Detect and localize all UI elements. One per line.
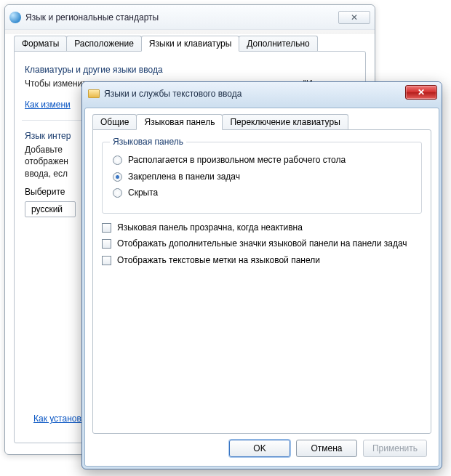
bg-tab-advanced[interactable]: Дополнительно <box>239 36 317 52</box>
radio-label: Располагается в произвольном месте рабоч… <box>128 155 346 166</box>
fg-tab-pane: Языковая панель Располагается в произвол… <box>92 129 431 434</box>
fg-title: Языки и службы текстового ввода <box>104 89 242 99</box>
groupbox-legend: Языковая панель <box>110 137 186 147</box>
how-install-link[interactable]: Как установ <box>33 414 81 424</box>
checkbox-icon <box>102 239 111 249</box>
keyboards-group-label: Клавиатуры и другие языки ввода <box>25 65 355 75</box>
check-label: Отображать дополнительные значки языково… <box>117 238 407 250</box>
language-bar-groupbox: Языковая панель Располагается в произвол… <box>102 142 422 214</box>
check-extra-icons[interactable]: Отображать дополнительные значки языково… <box>102 238 422 250</box>
fg-tabs: Общие Языковая панель Переключение клави… <box>92 114 431 130</box>
ok-button[interactable]: OK <box>229 440 290 457</box>
fg-body: Общие Языковая панель Переключение клави… <box>84 108 439 467</box>
fg-titlebar[interactable]: Языки и службы текстового ввода ✕ <box>82 82 442 105</box>
radio-icon <box>113 156 122 165</box>
radio-docked[interactable]: Закреплена в панели задач <box>113 172 411 183</box>
globe-icon <box>9 12 21 23</box>
bg-tab-keyboards[interactable]: Языки и клавиатуры <box>141 36 239 52</box>
checkbox-icon <box>102 223 111 233</box>
check-transparent[interactable]: Языковая панель прозрачна, когда неактив… <box>102 222 422 234</box>
fg-tab-language-bar[interactable]: Языковая панель <box>136 114 223 130</box>
bg-titlebar[interactable]: Язык и региональные стандарты ✕ <box>5 5 375 30</box>
how-change-link[interactable]: Как измени <box>25 100 71 110</box>
fg-tab-hotkeys[interactable]: Переключение клавиатуры <box>222 114 348 130</box>
fg-close-button[interactable]: ✕ <box>405 85 437 100</box>
radio-floating[interactable]: Располагается в произвольном месте рабоч… <box>113 155 411 166</box>
cancel-button[interactable]: Отмена <box>296 440 357 457</box>
checkbox-icon <box>102 256 111 265</box>
check-text-labels[interactable]: Отображать текстовые метки на языковой п… <box>102 255 422 267</box>
keyboard-icon <box>88 89 100 98</box>
radio-hidden[interactable]: Скрыта <box>113 187 411 199</box>
radio-label: Скрыта <box>128 187 158 199</box>
dialog-button-row: OK Отмена Применить <box>92 434 431 460</box>
display-language-select[interactable]: русский <box>25 201 76 217</box>
bg-tabs: Форматы Расположение Языки и клавиатуры … <box>14 36 366 52</box>
bg-tab-location[interactable]: Расположение <box>66 36 142 52</box>
radio-label: Закреплена в панели задач <box>128 172 240 183</box>
bg-tab-formats[interactable]: Форматы <box>14 36 67 52</box>
check-label: Языковая панель прозрачна, когда неактив… <box>117 222 303 234</box>
text-services-dialog: Языки и службы текстового ввода ✕ Общие … <box>81 81 442 469</box>
bg-close-button[interactable]: ✕ <box>338 11 370 24</box>
apply-button[interactable]: Применить <box>363 440 427 457</box>
radio-icon <box>113 188 122 198</box>
radio-icon <box>113 172 122 182</box>
select-label: Выберите <box>25 187 65 197</box>
fg-tab-general[interactable]: Общие <box>92 114 137 130</box>
check-label: Отображать текстовые метки на языковой п… <box>117 255 320 267</box>
bg-title: Язык и региональные стандарты <box>25 12 338 23</box>
